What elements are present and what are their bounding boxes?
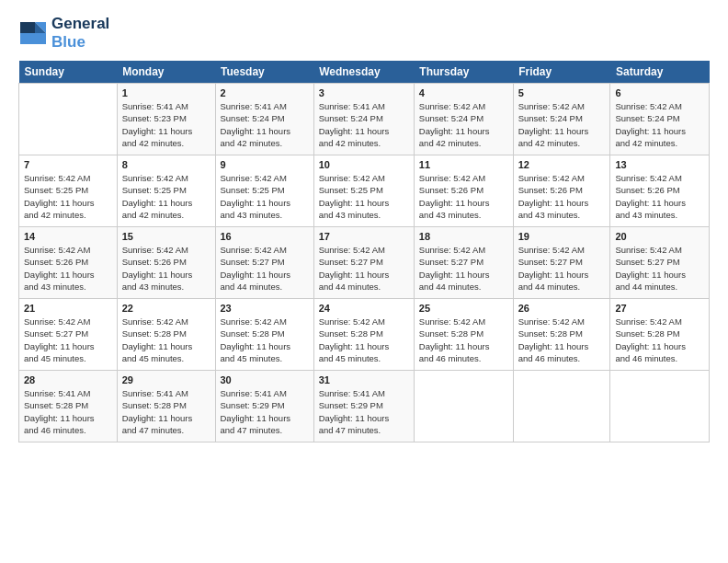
weekday-header: Tuesday xyxy=(215,61,313,84)
calendar-body: 1Sunrise: 5:41 AM Sunset: 5:23 PM Daylig… xyxy=(19,84,710,442)
day-info: Sunrise: 5:42 AM Sunset: 5:27 PM Dayligh… xyxy=(615,244,704,293)
calendar-cell: 27Sunrise: 5:42 AM Sunset: 5:28 PM Dayli… xyxy=(610,299,710,371)
day-number: 29 xyxy=(122,374,210,385)
calendar-week-row: 21Sunrise: 5:42 AM Sunset: 5:27 PM Dayli… xyxy=(19,299,710,371)
header: General Blue xyxy=(18,15,710,52)
day-info: Sunrise: 5:41 AM Sunset: 5:24 PM Dayligh… xyxy=(319,100,409,149)
calendar-cell: 29Sunrise: 5:41 AM Sunset: 5:28 PM Dayli… xyxy=(117,371,215,442)
calendar-cell: 18Sunrise: 5:42 AM Sunset: 5:27 PM Dayli… xyxy=(414,227,513,299)
day-number: 13 xyxy=(615,159,704,170)
day-number: 4 xyxy=(419,87,508,98)
calendar-cell: 12Sunrise: 5:42 AM Sunset: 5:26 PM Dayli… xyxy=(513,155,610,227)
calendar-cell: 2Sunrise: 5:41 AM Sunset: 5:24 PM Daylig… xyxy=(215,84,313,155)
calendar-cell: 3Sunrise: 5:41 AM Sunset: 5:24 PM Daylig… xyxy=(313,84,414,155)
day-number: 20 xyxy=(615,231,704,242)
day-info: Sunrise: 5:42 AM Sunset: 5:24 PM Dayligh… xyxy=(615,100,704,149)
weekday-header: Wednesday xyxy=(313,61,414,84)
calendar-cell: 16Sunrise: 5:42 AM Sunset: 5:27 PM Dayli… xyxy=(215,227,313,299)
day-number: 23 xyxy=(221,303,309,314)
day-info: Sunrise: 5:42 AM Sunset: 5:26 PM Dayligh… xyxy=(518,172,606,221)
calendar-cell: 7Sunrise: 5:42 AM Sunset: 5:25 PM Daylig… xyxy=(19,155,118,227)
day-info: Sunrise: 5:42 AM Sunset: 5:28 PM Dayligh… xyxy=(319,316,409,364)
calendar-cell: 9Sunrise: 5:42 AM Sunset: 5:25 PM Daylig… xyxy=(215,155,313,227)
day-info: Sunrise: 5:42 AM Sunset: 5:25 PM Dayligh… xyxy=(24,172,112,221)
day-number: 24 xyxy=(319,303,409,314)
day-info: Sunrise: 5:42 AM Sunset: 5:28 PM Dayligh… xyxy=(221,316,309,364)
day-info: Sunrise: 5:42 AM Sunset: 5:24 PM Dayligh… xyxy=(419,100,508,149)
calendar-cell: 17Sunrise: 5:42 AM Sunset: 5:27 PM Dayli… xyxy=(313,227,414,299)
day-info: Sunrise: 5:42 AM Sunset: 5:26 PM Dayligh… xyxy=(615,172,704,221)
calendar-cell: 8Sunrise: 5:42 AM Sunset: 5:25 PM Daylig… xyxy=(117,155,215,227)
calendar-cell: 1Sunrise: 5:41 AM Sunset: 5:23 PM Daylig… xyxy=(117,84,215,155)
calendar-cell: 22Sunrise: 5:42 AM Sunset: 5:28 PM Dayli… xyxy=(117,299,215,371)
day-number: 2 xyxy=(221,87,309,98)
day-info: Sunrise: 5:42 AM Sunset: 5:27 PM Dayligh… xyxy=(221,244,309,293)
day-info: Sunrise: 5:42 AM Sunset: 5:27 PM Dayligh… xyxy=(518,244,606,293)
day-info: Sunrise: 5:42 AM Sunset: 5:26 PM Dayligh… xyxy=(24,244,112,293)
calendar-table: SundayMondayTuesdayWednesdayThursdayFrid… xyxy=(18,61,710,442)
calendar-cell: 28Sunrise: 5:41 AM Sunset: 5:28 PM Dayli… xyxy=(19,371,118,442)
day-info: Sunrise: 5:42 AM Sunset: 5:27 PM Dayligh… xyxy=(419,244,508,293)
calendar-cell: 20Sunrise: 5:42 AM Sunset: 5:27 PM Dayli… xyxy=(610,227,710,299)
weekday-header: Sunday xyxy=(19,61,118,84)
day-info: Sunrise: 5:41 AM Sunset: 5:28 PM Dayligh… xyxy=(24,387,112,436)
logo-icon xyxy=(18,18,48,48)
day-number: 31 xyxy=(319,374,409,385)
day-info: Sunrise: 5:42 AM Sunset: 5:26 PM Dayligh… xyxy=(122,244,210,293)
calendar-cell: 14Sunrise: 5:42 AM Sunset: 5:26 PM Dayli… xyxy=(19,227,118,299)
calendar-cell: 23Sunrise: 5:42 AM Sunset: 5:28 PM Dayli… xyxy=(215,299,313,371)
day-number: 30 xyxy=(221,374,309,385)
day-number: 15 xyxy=(122,231,210,242)
day-number: 8 xyxy=(122,159,210,170)
logo-text: General Blue xyxy=(51,15,109,52)
day-info: Sunrise: 5:42 AM Sunset: 5:28 PM Dayligh… xyxy=(615,316,704,364)
page: General Blue SundayMondayTuesdayWednesda… xyxy=(0,0,728,457)
svg-rect-3 xyxy=(20,33,46,44)
day-number: 12 xyxy=(518,159,606,170)
day-info: Sunrise: 5:42 AM Sunset: 5:28 PM Dayligh… xyxy=(122,316,210,364)
day-number: 7 xyxy=(24,159,112,170)
day-info: Sunrise: 5:42 AM Sunset: 5:25 PM Dayligh… xyxy=(319,172,409,221)
day-number: 16 xyxy=(221,231,309,242)
calendar-cell xyxy=(610,371,710,442)
day-number: 18 xyxy=(419,231,508,242)
logo: General Blue xyxy=(18,15,109,52)
calendar-cell: 6Sunrise: 5:42 AM Sunset: 5:24 PM Daylig… xyxy=(610,84,710,155)
day-number: 10 xyxy=(319,159,409,170)
day-info: Sunrise: 5:41 AM Sunset: 5:29 PM Dayligh… xyxy=(319,387,409,436)
day-info: Sunrise: 5:41 AM Sunset: 5:23 PM Dayligh… xyxy=(122,100,210,149)
day-number: 28 xyxy=(24,374,112,385)
day-info: Sunrise: 5:42 AM Sunset: 5:28 PM Dayligh… xyxy=(419,316,508,364)
calendar-cell: 25Sunrise: 5:42 AM Sunset: 5:28 PM Dayli… xyxy=(414,299,513,371)
day-info: Sunrise: 5:42 AM Sunset: 5:25 PM Dayligh… xyxy=(221,172,309,221)
calendar-cell: 13Sunrise: 5:42 AM Sunset: 5:26 PM Dayli… xyxy=(610,155,710,227)
day-number: 6 xyxy=(615,87,704,98)
calendar-cell xyxy=(414,371,513,442)
calendar-cell: 24Sunrise: 5:42 AM Sunset: 5:28 PM Dayli… xyxy=(313,299,414,371)
calendar-cell xyxy=(513,371,610,442)
day-number: 22 xyxy=(122,303,210,314)
calendar-cell: 19Sunrise: 5:42 AM Sunset: 5:27 PM Dayli… xyxy=(513,227,610,299)
day-number: 9 xyxy=(221,159,309,170)
day-number: 3 xyxy=(319,87,409,98)
day-info: Sunrise: 5:41 AM Sunset: 5:29 PM Dayligh… xyxy=(221,387,309,436)
day-info: Sunrise: 5:41 AM Sunset: 5:24 PM Dayligh… xyxy=(221,100,309,149)
calendar-cell: 5Sunrise: 5:42 AM Sunset: 5:24 PM Daylig… xyxy=(513,84,610,155)
weekday-header: Monday xyxy=(117,61,215,84)
day-number: 5 xyxy=(518,87,606,98)
day-number: 11 xyxy=(419,159,508,170)
day-info: Sunrise: 5:42 AM Sunset: 5:26 PM Dayligh… xyxy=(419,172,508,221)
calendar-week-row: 7Sunrise: 5:42 AM Sunset: 5:25 PM Daylig… xyxy=(19,155,710,227)
day-number: 27 xyxy=(615,303,704,314)
day-number: 21 xyxy=(24,303,112,314)
day-number: 25 xyxy=(419,303,508,314)
calendar-cell: 4Sunrise: 5:42 AM Sunset: 5:24 PM Daylig… xyxy=(414,84,513,155)
day-number: 14 xyxy=(24,231,112,242)
calendar-week-row: 14Sunrise: 5:42 AM Sunset: 5:26 PM Dayli… xyxy=(19,227,710,299)
calendar-week-row: 28Sunrise: 5:41 AM Sunset: 5:28 PM Dayli… xyxy=(19,371,710,442)
weekday-header: Thursday xyxy=(414,61,513,84)
day-info: Sunrise: 5:42 AM Sunset: 5:24 PM Dayligh… xyxy=(518,100,606,149)
calendar-cell: 21Sunrise: 5:42 AM Sunset: 5:27 PM Dayli… xyxy=(19,299,118,371)
calendar-cell: 10Sunrise: 5:42 AM Sunset: 5:25 PM Dayli… xyxy=(313,155,414,227)
day-info: Sunrise: 5:41 AM Sunset: 5:28 PM Dayligh… xyxy=(122,387,210,436)
